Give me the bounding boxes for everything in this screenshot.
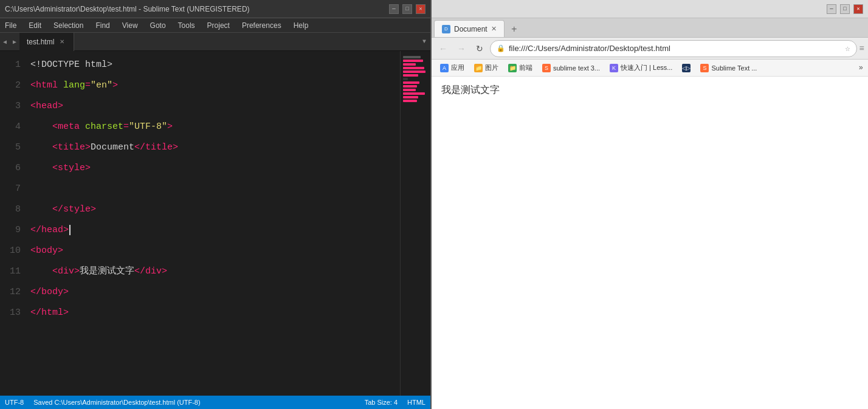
minimap-line [403, 74, 418, 77]
minimap-line [403, 81, 419, 84]
browser-menu-button[interactable]: ≡ [859, 44, 864, 53]
editor-menubar: File Edit Selection Find View Goto Tools… [0, 18, 430, 33]
bookmark-less[interactable]: ◁▷ [678, 61, 694, 75]
code-line-5: <title>Document</title> [30, 137, 400, 158]
address-star-icon[interactable]: ☆ [845, 43, 850, 53]
page-content-text: 我是测试文字 [441, 84, 858, 97]
code-line-10: <body> [30, 241, 400, 261]
tab-next-arrow[interactable]: ▶ [10, 33, 19, 51]
browser-refresh-button[interactable]: ↻ [472, 41, 487, 57]
bookmarks-more-button[interactable]: » [859, 64, 863, 72]
menu-project[interactable]: Project [205, 20, 232, 31]
tab-prev-arrow[interactable]: ◀ [0, 33, 10, 51]
code-line-3: <head> [30, 96, 400, 117]
editor-panel: C:\Users\Administrator\Desktop\test.html… [0, 0, 432, 409]
minimap-line [403, 63, 416, 66]
browser-panel: ─ □ ✕ D Document ✕ + ← → ↻ 🔒 ☆ ≡ A 应用 📁 … [432, 0, 868, 409]
minimap-line [403, 60, 423, 62]
menu-edit[interactable]: Edit [26, 20, 44, 31]
code-content[interactable]: <!DOCTYPE html> <html lang="en"> <head> … [26, 51, 400, 396]
bookmark-less-icon: ◁▷ [682, 64, 691, 72]
minimap-line [403, 70, 425, 73]
bookmark-sublime[interactable]: S sublime text 3... [539, 61, 604, 75]
editor-close-button[interactable]: ✕ [416, 4, 425, 14]
bookmark-images[interactable]: 📁 图片 [470, 61, 502, 75]
tab-label: test.html [27, 38, 54, 46]
menu-selection[interactable]: Selection [51, 20, 86, 31]
code-line-4: <meta charset="UTF-8"> [30, 117, 400, 137]
bookmark-sublime2-label: Sublime Text ... [711, 64, 757, 72]
browser-minimize-button[interactable]: ─ [827, 4, 836, 14]
bookmark-kuai[interactable]: K 快速入门 | Less... [606, 61, 676, 75]
minimap-line [403, 67, 424, 69]
editor-tabbar: ◀ ▶ test.html ✕ ▼ [0, 33, 430, 51]
statusbar-encoding: UTF-8 [5, 399, 24, 406]
code-line-2: <html lang="en"> [30, 75, 400, 96]
browser-back-button[interactable]: ← [435, 41, 451, 57]
browser-maximize-button[interactable]: □ [840, 4, 850, 14]
browser-tab-label: Document [454, 25, 487, 33]
minimap-line [403, 96, 418, 98]
browser-tab-icon: D [442, 25, 450, 33]
code-line-9: </head> [30, 220, 400, 241]
minimap-line [403, 89, 416, 91]
browser-forward-button[interactable]: → [453, 41, 469, 57]
address-bar-input[interactable] [509, 44, 841, 53]
editor-tab-testhtml[interactable]: test.html ✕ [19, 33, 74, 51]
editor-title: C:\Users\Administrator\Desktop\test.html… [5, 5, 250, 13]
line-numbers: 1 2 3 4 5 6 7 8 9 10 11 12 13 [0, 51, 26, 396]
bookmarks-bar: A 应用 📁 图片 📁 前端 S sublime text 3... K 快速入… [432, 60, 868, 77]
bookmark-qian-icon: 📁 [508, 64, 517, 72]
statusbar-right: Tab Size: 4 HTML [365, 399, 425, 406]
minimap-line [403, 56, 421, 58]
bookmark-qian-label: 前端 [519, 63, 532, 72]
editor-statusbar: UTF-8 Saved C:\Users\Administrator\Deskt… [0, 396, 430, 409]
minimap-content [401, 51, 430, 107]
address-lock-icon: 🔒 [497, 44, 505, 52]
menu-help[interactable]: Help [291, 20, 311, 31]
bookmark-kuai-label: 快速入门 | Less... [621, 63, 672, 72]
menu-view[interactable]: View [120, 20, 140, 31]
tab-menu-button[interactable]: ▼ [418, 33, 430, 51]
browser-close-button[interactable]: ✕ [853, 4, 863, 14]
bookmark-apps-label: 应用 [451, 63, 464, 72]
tab-close-button[interactable]: ✕ [58, 38, 66, 46]
menu-tools[interactable]: Tools [176, 20, 198, 31]
bookmark-sublime2[interactable]: S Sublime Text ... [697, 61, 760, 75]
editor-titlebar: C:\Users\Administrator\Desktop\test.html… [0, 0, 430, 18]
browser-tab-document[interactable]: D Document ✕ [434, 20, 505, 37]
bookmark-kuai-icon: K [610, 64, 618, 72]
code-line-8: </style> [30, 199, 400, 220]
code-line-13: </html> [30, 303, 400, 323]
browser-tab-close-button[interactable]: ✕ [491, 25, 497, 33]
statusbar-saved: Saved C:\Users\Administrator\Desktop\tes… [33, 399, 200, 406]
code-line-11: <div>我是测试文字</div> [30, 261, 400, 282]
address-bar-container[interactable]: 🔒 ☆ [490, 40, 857, 57]
bookmark-sublime2-icon: S [700, 64, 709, 72]
menu-find[interactable]: Find [93, 20, 112, 31]
bookmark-qian[interactable]: 📁 前端 [505, 61, 536, 75]
bookmark-apps-icon: A [440, 64, 449, 72]
browser-navbar: ← → ↻ 🔒 ☆ ≡ [432, 38, 868, 60]
bookmark-apps[interactable]: A 应用 [436, 61, 468, 75]
statusbar-syntax[interactable]: HTML [407, 399, 425, 406]
menu-preferences[interactable]: Preferences [239, 20, 284, 31]
browser-titlebar: ─ □ ✕ [432, 0, 868, 18]
bookmark-sublime-label: sublime text 3... [553, 64, 600, 72]
code-line-1: <!DOCTYPE html> [30, 55, 400, 75]
editor-titlebar-buttons: ─ □ ✕ [389, 4, 425, 14]
browser-content: 我是测试文字 [432, 77, 868, 409]
editor-code-area[interactable]: 1 2 3 4 5 6 7 8 9 10 11 12 13 <!DOCTYPE … [0, 51, 430, 396]
browser-new-tab-button[interactable]: + [507, 22, 522, 37]
minimap-line [403, 78, 408, 80]
menu-goto[interactable]: Goto [148, 20, 168, 31]
editor-minimize-button[interactable]: ─ [389, 4, 399, 14]
minimap [400, 51, 430, 396]
statusbar-tabsize[interactable]: Tab Size: 4 [365, 399, 398, 406]
bookmark-sublime-icon: S [542, 64, 551, 72]
minimap-line [403, 85, 417, 88]
bookmark-images-label: 图片 [485, 63, 498, 72]
editor-maximize-button[interactable]: □ [402, 4, 412, 14]
menu-file[interactable]: File [2, 20, 19, 31]
code-line-7 [30, 179, 400, 199]
